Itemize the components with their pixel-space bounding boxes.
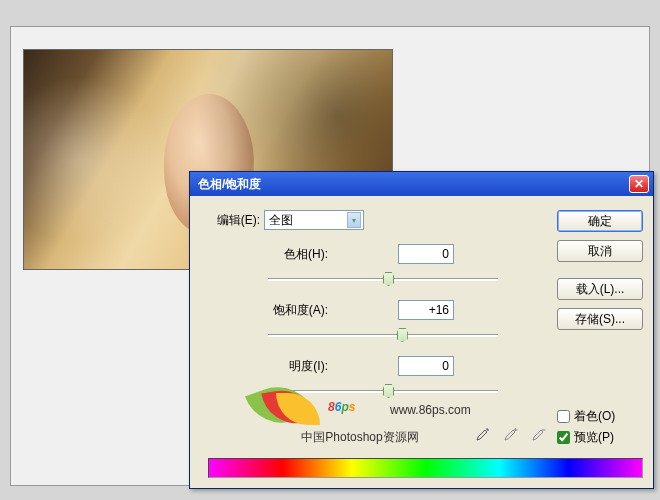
saturation-label: 饱和度(A):	[208, 302, 328, 319]
eyedropper-icon[interactable]	[473, 424, 493, 444]
hue-value-input[interactable]	[398, 244, 454, 264]
lightness-label: 明度(I):	[208, 358, 328, 375]
checkbox-group: 着色(O) 预览(P)	[557, 408, 643, 450]
dialog-body: 编辑(E): 全图 ▾ 色相(H): 饱和度(A): 明度(I):	[190, 196, 653, 488]
lightness-row: 明度(I):	[208, 356, 643, 376]
edit-select-value: 全图	[269, 212, 293, 229]
saturation-slider[interactable]	[268, 326, 498, 346]
watermark: 86ps www.86ps.com 中国Photoshop资源网	[250, 381, 470, 446]
close-icon: ✕	[634, 177, 644, 191]
button-column: 确定 取消 载入(L)... 存储(S)...	[557, 210, 643, 338]
saturation-value-input[interactable]	[398, 300, 454, 320]
cancel-button[interactable]: 取消	[557, 240, 643, 262]
save-button[interactable]: 存储(S)...	[557, 308, 643, 330]
colorize-checkbox-input[interactable]	[557, 410, 570, 423]
dialog-title: 色相/饱和度	[198, 176, 629, 193]
hue-saturation-dialog: 色相/饱和度 ✕ 编辑(E): 全图 ▾ 色相(H): 饱和度(A): 明	[189, 171, 654, 489]
preview-checkbox-input[interactable]	[557, 431, 570, 444]
close-button[interactable]: ✕	[629, 175, 649, 193]
load-button[interactable]: 载入(L)...	[557, 278, 643, 300]
dialog-titlebar[interactable]: 色相/饱和度 ✕	[190, 172, 653, 196]
chevron-down-icon: ▾	[347, 212, 361, 228]
hue-spectrum-bar	[208, 458, 643, 478]
watermark-brand: 86ps	[328, 391, 355, 417]
ok-button[interactable]: 确定	[557, 210, 643, 232]
colorize-checkbox[interactable]: 着色(O)	[557, 408, 643, 425]
eyedropper-minus-icon[interactable]	[529, 424, 549, 444]
hue-label: 色相(H):	[208, 246, 328, 263]
watermark-cn: 中国Photoshop资源网	[250, 429, 470, 446]
lightness-value-input[interactable]	[398, 356, 454, 376]
hue-slider[interactable]	[268, 270, 498, 290]
watermark-logo: 86ps www.86ps.com	[250, 381, 470, 427]
eyedropper-group	[473, 424, 549, 444]
edit-label: 编辑(E):	[208, 212, 260, 229]
preview-checkbox[interactable]: 预览(P)	[557, 429, 643, 446]
eyedropper-plus-icon[interactable]	[501, 424, 521, 444]
edit-select[interactable]: 全图 ▾	[264, 210, 364, 230]
watermark-url: www.86ps.com	[390, 403, 471, 417]
